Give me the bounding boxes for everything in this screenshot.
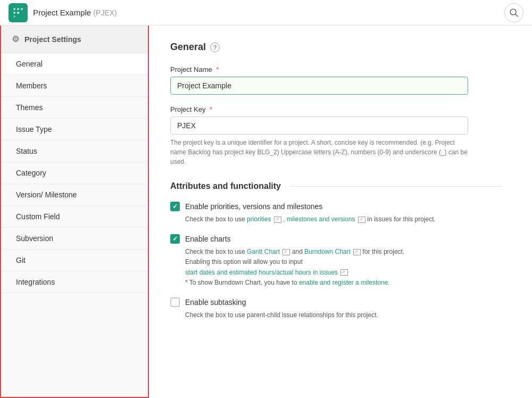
sidebar-header: ⚙ Project Settings <box>1 26 148 53</box>
project-name-input[interactable] <box>170 77 468 95</box>
checkbox-priorities-label: Enable priorities, versions and mileston… <box>185 202 322 211</box>
project-name-label: Project Name * <box>170 65 511 73</box>
sidebar-link-custom-field[interactable]: Custom Field <box>1 206 148 227</box>
svg-point-1 <box>17 8 19 10</box>
svg-point-2 <box>21 8 23 10</box>
search-button[interactable] <box>504 3 523 22</box>
sidebar-item-custom-field[interactable]: Custom Field <box>1 206 148 228</box>
project-key-field: Project Key * The project key is a uniqu… <box>170 105 511 167</box>
logo <box>9 3 28 22</box>
svg-point-0 <box>13 8 15 10</box>
checkbox-priorities-row: Enable priorities, versions and mileston… <box>170 202 511 211</box>
help-icon[interactable]: ? <box>210 43 220 52</box>
project-key-input[interactable] <box>170 117 468 135</box>
sidebar-item-category[interactable]: Category <box>1 162 148 184</box>
gear-icon: ⚙ <box>12 34 19 44</box>
sidebar-item-issue-type[interactable]: Issue Type <box>1 119 148 140</box>
sidebar-item-general[interactable]: General <box>1 53 148 75</box>
start-dates-link[interactable]: start dates and estimated hours/actual h… <box>185 269 338 276</box>
svg-point-4 <box>17 12 19 14</box>
project-key: (PJEX) <box>93 9 117 17</box>
checkbox-subtasking-desc: Check the box to use parent-child issue … <box>185 310 511 320</box>
project-name-field: Project Name * <box>170 65 511 95</box>
sidebar-item-version-milestone[interactable]: Version/ Milestone <box>1 184 148 206</box>
milestones-link[interactable]: milestones and versions <box>287 215 355 223</box>
ext-icon-burndown <box>353 249 361 255</box>
sidebar-link-issue-type[interactable]: Issue Type <box>1 119 148 140</box>
checkbox-charts-label: Enable charts <box>185 235 231 243</box>
burndown-chart-link[interactable]: Burndown Chart <box>304 248 351 255</box>
sidebar-link-subversion[interactable]: Subversion <box>1 228 148 249</box>
navbar-left: Project Example (PJEX) <box>9 3 117 22</box>
checkbox-charts-desc: Check the box to use Gantt Chart and Bur… <box>185 247 511 288</box>
sidebar-item-git[interactable]: Git <box>1 250 148 271</box>
checkbox-subtasking-box[interactable] <box>170 297 180 307</box>
sidebar-link-category[interactable]: Category <box>1 162 148 184</box>
project-key-hint: The project key is a unique identifier f… <box>170 138 468 167</box>
checkbox-subtasking: Enable subtasking Check the box to use p… <box>170 297 511 320</box>
ext-icon-priorities <box>274 217 281 223</box>
sidebar-link-integrations[interactable]: Integrations <box>1 271 148 293</box>
main-content: General ? Project Name * Project Key * T… <box>149 26 532 398</box>
sidebar: ⚙ Project Settings General Members Theme… <box>0 26 149 398</box>
checkbox-charts-box[interactable] <box>170 234 180 244</box>
sidebar-link-git[interactable]: Git <box>1 250 148 271</box>
project-key-label: Project Key * <box>170 105 511 113</box>
sidebar-link-version-milestone[interactable]: Version/ Milestone <box>1 184 148 205</box>
sidebar-item-themes[interactable]: Themes <box>1 97 148 119</box>
project-name: Project Example (PJEX) <box>33 8 117 17</box>
ext-icon-start-dates <box>340 269 348 276</box>
attributes-heading: Attributes and functionality <box>170 181 511 191</box>
sidebar-item-subversion[interactable]: Subversion <box>1 228 148 250</box>
checkbox-priorities: Enable priorities, versions and mileston… <box>170 202 511 225</box>
sidebar-item-members[interactable]: Members <box>1 75 148 97</box>
checkbox-priorities-box[interactable] <box>170 202 180 211</box>
enable-milestone-link[interactable]: enable and register a milestone. <box>299 279 390 286</box>
sidebar-item-integrations[interactable]: Integrations <box>1 271 148 293</box>
section-heading: General ? <box>170 42 511 53</box>
section-title: General <box>170 42 206 53</box>
required-star: * <box>216 65 219 73</box>
sidebar-link-status[interactable]: Status <box>1 140 148 162</box>
navbar: Project Example (PJEX) <box>0 0 532 26</box>
ext-icon-milestones <box>358 217 365 223</box>
svg-line-7 <box>516 14 518 16</box>
sidebar-title: Project Settings <box>24 35 81 44</box>
checkbox-subtasking-row: Enable subtasking <box>170 297 511 307</box>
sidebar-link-members[interactable]: Members <box>1 75 148 96</box>
ext-icon-gantt <box>282 249 290 255</box>
checkbox-priorities-desc: Check the box to use priorities , milest… <box>185 214 511 225</box>
main-layout: ⚙ Project Settings General Members Theme… <box>0 26 532 398</box>
gantt-chart-link[interactable]: Gantt Chart <box>247 248 280 255</box>
checkbox-subtasking-label: Enable subtasking <box>185 298 246 306</box>
required-star-key: * <box>210 105 212 113</box>
svg-point-5 <box>13 15 15 18</box>
sidebar-link-general[interactable]: General <box>1 53 148 74</box>
priorities-link[interactable]: priorities <box>247 215 271 223</box>
checkbox-charts-row: Enable charts <box>170 234 511 244</box>
svg-point-3 <box>13 12 15 14</box>
sidebar-item-status[interactable]: Status <box>1 140 148 162</box>
search-icon <box>509 8 519 18</box>
checkbox-charts: Enable charts Check the box to use Gantt… <box>170 234 511 288</box>
sidebar-link-themes[interactable]: Themes <box>1 97 148 118</box>
sidebar-nav: General Members Themes Issue Type Status… <box>1 53 148 293</box>
